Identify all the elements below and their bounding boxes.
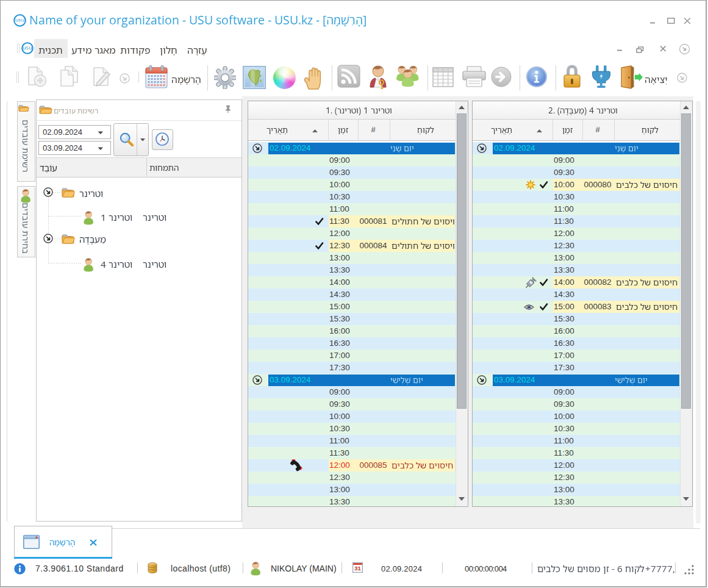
svg-text:31: 31: [354, 565, 360, 572]
